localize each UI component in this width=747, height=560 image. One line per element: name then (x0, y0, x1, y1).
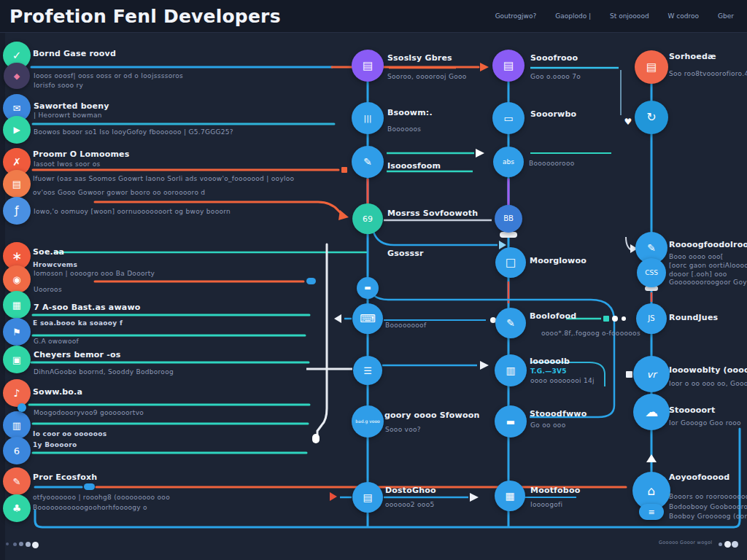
left-2-title[interactable]: Saworted boeny (34, 101, 109, 111)
left-9-sub: G.A owowoof (34, 338, 79, 345)
node-b2-folder[interactable]: ▭ (492, 102, 525, 134)
node-b9-grid[interactable]: ▦ (495, 481, 525, 511)
node-pen[interactable]: ✎ (3, 467, 31, 495)
node-a9-card[interactable]: ▤ (352, 482, 383, 513)
node-b5-monitor[interactable]: □ (495, 247, 526, 278)
footer-note: Gooooo Gooor wogol (659, 540, 712, 545)
b5-title[interactable]: Moorglowoo (530, 256, 587, 265)
a5-title[interactable]: Gsosssr (387, 249, 424, 258)
left-4-title[interactable]: Proomr O Lomoomes (33, 149, 130, 159)
nav-item-2[interactable]: St onjooood (610, 12, 649, 20)
node-document[interactable]: ▤ (3, 170, 31, 198)
node-r5-js[interactable]: JS (636, 303, 667, 334)
r3-title[interactable]: Roooogfoodolroomoo (669, 240, 747, 249)
pager-left-dot-1[interactable] (13, 542, 17, 546)
nav-item-3[interactable]: W codroo (668, 12, 699, 20)
b2-title[interactable]: Sooorwbo (530, 109, 576, 119)
node-r2-loop[interactable]: ↻ (635, 101, 668, 134)
b1-sub: Goo o.oooo 7o (530, 73, 581, 80)
pen-icon: ✎ (13, 477, 21, 486)
a3-title[interactable]: Isooosfoom (387, 161, 441, 171)
left-11-sub: Moogodoooryvoo9 goooooortvo (34, 409, 144, 416)
node-b8-car[interactable]: ▬ (495, 405, 527, 438)
css-text-icon: CSS (645, 270, 658, 276)
node-leaf[interactable]: ♣ (3, 494, 31, 522)
r1-title[interactable]: Sorhoedæ (669, 52, 716, 61)
pager-right-dot-0[interactable] (719, 542, 722, 546)
pager-left-dot-4[interactable] (32, 542, 39, 548)
left-1-title[interactable]: Bornd Gase roovd (33, 49, 116, 58)
r5-title[interactable]: RoundJues (669, 313, 718, 322)
chip-icon: ▬ (364, 284, 371, 292)
r8-sub3: Booboy Grooooog (ooroo (669, 513, 747, 520)
node-r7-cloud[interactable]: ☁ (633, 394, 670, 430)
left-11-title[interactable]: Soww.bo.a (33, 387, 82, 397)
r8-title[interactable]: Aoyoofooood (669, 472, 729, 482)
pager-right-dot-2[interactable] (732, 541, 738, 548)
pager-left-dot-2[interactable] (19, 542, 23, 546)
signature-icon: vr (646, 370, 656, 379)
left-13-sub: 1y Booooro (33, 441, 77, 448)
node-a2-bars[interactable]: ||| (352, 102, 384, 134)
nav-item-0[interactable]: Goutrogjwo? (495, 12, 537, 20)
left-14-title[interactable]: Pror Ecosfoxh (33, 472, 97, 482)
node-flag[interactable]: ⚑ (3, 318, 31, 346)
node-currency[interactable]: ƒ (3, 197, 31, 225)
nav-item-1[interactable]: Gaoplodo | (555, 12, 591, 20)
a2-title[interactable]: Bsoowm:. (387, 108, 433, 117)
b8-title[interactable]: Stooodfwwo (530, 409, 587, 419)
b6-sub: oooo*.8f,.fogoog o-foooooos (541, 330, 640, 337)
node-b4-bb[interactable]: BB (495, 205, 522, 233)
b7-title[interactable]: Iooooolb (530, 357, 570, 366)
a6-sub: Boooooooof (385, 322, 426, 329)
vertical-rails (368, 70, 651, 527)
node-key[interactable]: ◆ (4, 63, 30, 89)
left-14-sub1: otfyooooooo | rooohg8 (ooooooooo ooo (33, 494, 170, 501)
a8-title[interactable]: goory oooo Sfowoon (384, 411, 479, 420)
left-8-title[interactable]: 7 A-soo Bast.as awawo (34, 303, 141, 312)
node-a8-text[interactable]: bad.g vooo (352, 405, 384, 438)
node-six[interactable]: 6 (3, 437, 31, 464)
node-a6-laptop[interactable]: ⌨ (352, 303, 383, 334)
left-7-title[interactable]: Soe.aa (33, 247, 64, 257)
r6-title[interactable]: Iooowoblty (oooon o (669, 365, 747, 375)
node-fingerprint[interactable]: ◉ (3, 265, 31, 293)
node-b7-columns[interactable]: ▥ (495, 354, 527, 386)
b6-title[interactable]: Boolofood (530, 311, 576, 321)
a9-sub: oooooo2 ooo5 (385, 501, 434, 508)
r7-title[interactable]: Stooooort (669, 405, 715, 415)
node-database[interactable]: ▥ (3, 411, 31, 439)
left-row-lines (29, 67, 740, 527)
b1-title[interactable]: Sooofrooo (530, 53, 578, 63)
node-badge[interactable]: ▣ (3, 346, 31, 373)
node-play[interactable]: ▶ (3, 116, 31, 144)
abs-text-icon: abs (503, 159, 514, 166)
pager-left-dot-0[interactable] (6, 542, 9, 545)
r3-sub4: Goooooooroogoor Goy bdoo (669, 279, 747, 286)
node-a7-lines[interactable]: ☰ (353, 356, 382, 385)
pager-right-dot-1[interactable] (724, 541, 731, 548)
node-a1-card[interactable]: ▤ (352, 50, 384, 82)
node-a5-chip[interactable]: ▬ (357, 277, 379, 299)
roadmap-app: ✓◆✉▶✗▤ƒ∗◉▦⚑▣♪▥6✎♣▤|||✎69▬⌨☰bad.g vooo▤▤▭… (0, 0, 747, 560)
node-r6-signature[interactable]: vr (633, 356, 670, 392)
left-6-sub: Iowo,'o oomuoy [woon] oornuooooooort og … (34, 208, 231, 215)
node-r9-pill[interactable]: ≡ (639, 504, 664, 520)
pager-left-dot-3[interactable] (26, 542, 31, 547)
node-table[interactable]: ▦ (3, 291, 31, 319)
node-r4-css[interactable]: CSS (637, 258, 666, 287)
b9-title[interactable]: Mootfoboo (530, 486, 580, 495)
a1-title[interactable]: Ssoslsy Gbres (387, 53, 452, 63)
node-b1-card[interactable]: ▤ (492, 50, 525, 82)
nav-item-4[interactable]: Gber (718, 12, 734, 20)
left-10-title[interactable]: Cheyers bemor -os (34, 350, 120, 359)
node-r1-payment[interactable]: ▤ (635, 50, 668, 84)
a4-title[interactable]: Mosrss Sovfoowoth (387, 209, 478, 218)
a9-title[interactable]: DostoGhoo (385, 486, 436, 495)
node-b6-pen[interactable]: ✎ (495, 308, 526, 338)
node-b3-abs[interactable]: abs (493, 147, 524, 177)
node-a3-scribble[interactable]: ✎ (352, 146, 384, 178)
node-music[interactable]: ♪ (3, 379, 31, 407)
home-icon: ⌂ (648, 485, 656, 497)
node-a4-69[interactable]: 69 (352, 203, 383, 234)
